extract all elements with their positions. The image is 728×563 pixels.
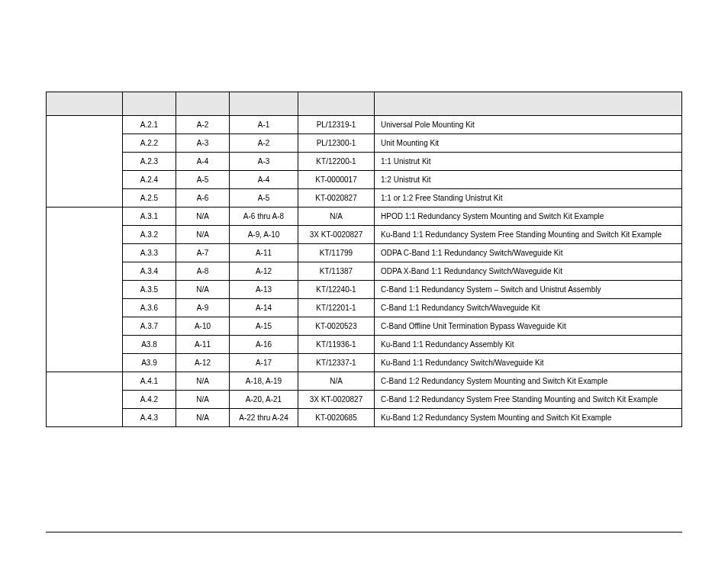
- table-row: A.3.6A-9A-14KT/12201-1C-Band 1:1 Redunda…: [47, 299, 682, 317]
- cell: KT/11936-1: [298, 336, 375, 354]
- cell: A-11: [230, 244, 298, 262]
- cell: N/A: [176, 226, 230, 244]
- col-header-4: [298, 92, 375, 116]
- cell: ODPA X-Band 1:1 Redundancy Switch/Wavegu…: [375, 262, 682, 281]
- col-header-0: [47, 92, 123, 116]
- cell: PL/12319-1: [298, 116, 375, 134]
- cell: C-Band Offline Unit Termination Bypass W…: [375, 317, 682, 336]
- table-row: A.3.2N/AA-9, A-103X KT-0020827Ku-Band 1:…: [47, 226, 682, 244]
- cell: A.3.4: [123, 262, 176, 281]
- cell: KT/12240-1: [298, 281, 375, 299]
- cell: A-17: [230, 354, 298, 372]
- cell: A.2.5: [123, 189, 176, 208]
- cell: 1:1 Unistrut Kit: [375, 153, 682, 171]
- cell: A-12: [176, 354, 230, 372]
- cell: A-18, A-19: [230, 372, 298, 391]
- cell: A-2: [230, 134, 298, 153]
- cell: KT-0020827: [298, 189, 375, 208]
- table-body: A.2.1A-2A-1PL/12319-1Universal Pole Moun…: [47, 116, 682, 427]
- group-label: [47, 372, 123, 427]
- cell: KT/12200-1: [298, 153, 375, 171]
- cell: A-10: [176, 317, 230, 336]
- cell: Unit Mounting Kit: [375, 134, 682, 153]
- table-row: A.2.5A-6A-5KT-00208271:1 or 1:2 Free Sta…: [47, 189, 682, 208]
- cell: PL/12300-1: [298, 134, 375, 153]
- cell: Ku-Band 1:2 Redundancy System Mounting a…: [375, 409, 682, 427]
- table-row: A3.9A-12A-17KT/12337-1Ku-Band 1:1 Redund…: [47, 354, 682, 372]
- cell: A.4.2: [123, 391, 176, 409]
- cell: Ku-Band 1:1 Redundancy Switch/Waveguide …: [375, 354, 682, 372]
- cell: A-2: [176, 116, 230, 134]
- cell: KT/11387: [298, 262, 375, 281]
- cell: A.3.3: [123, 244, 176, 262]
- cell: C-Band 1:1 Redundancy System – Switch an…: [375, 281, 682, 299]
- cell: ODPA C-Band 1:1 Redundancy Switch/Wavegu…: [375, 244, 682, 262]
- table-row: A.4.2N/AA-20, A-213X KT-0020827C-Band 1:…: [47, 391, 682, 409]
- cell: A.3.6: [123, 299, 176, 317]
- table-header: [47, 92, 682, 116]
- cell: A.4.3: [123, 409, 176, 427]
- cell: N/A: [176, 208, 230, 226]
- cell: HPOD 1:1 Redundancy System Mounting and …: [375, 208, 682, 226]
- cell: A-3: [176, 134, 230, 153]
- cell: KT-0000017: [298, 171, 375, 189]
- cell: A-1: [230, 116, 298, 134]
- group-label: [47, 208, 123, 372]
- footer-rule: [46, 532, 682, 532]
- cell: N/A: [176, 409, 230, 427]
- cell: KT/12201-1: [298, 299, 375, 317]
- cell: KT/12337-1: [298, 354, 375, 372]
- table-row: A.2.4A-5A-4KT-00000171:2 Unistrut Kit: [47, 171, 682, 189]
- cell: 3X KT-0020827: [298, 391, 375, 409]
- cell: C-Band 1:2 Redundancy System Free Standi…: [375, 391, 682, 409]
- col-header-1: [123, 92, 176, 116]
- table-row: A.3.1N/AA-6 thru A-8N/AHPOD 1:1 Redundan…: [47, 208, 682, 226]
- group-label: [47, 116, 123, 208]
- cell: N/A: [176, 281, 230, 299]
- cell: A-4: [230, 171, 298, 189]
- cell: A-6 thru A-8: [230, 208, 298, 226]
- table-row: A.2.2A-3A-2PL/12300-1Unit Mounting Kit: [47, 134, 682, 153]
- table-row: A.2.1A-2A-1PL/12319-1Universal Pole Moun…: [47, 116, 682, 134]
- cell: C-Band 1:2 Redundancy System Mounting an…: [375, 372, 682, 391]
- cell: A-11: [176, 336, 230, 354]
- col-header-5: [375, 92, 682, 116]
- cell: A-5: [176, 171, 230, 189]
- cell: N/A: [176, 391, 230, 409]
- cell: A.2.3: [123, 153, 176, 171]
- cell: Ku-Band 1:1 Redundancy System Free Stand…: [375, 226, 682, 244]
- table-row: A.3.3A-7A-11KT/11799ODPA C-Band 1:1 Redu…: [47, 244, 682, 262]
- cell: A3.8: [123, 336, 176, 354]
- col-header-3: [230, 92, 298, 116]
- cell: A-20, A-21: [230, 391, 298, 409]
- cell: A.3.5: [123, 281, 176, 299]
- cell: A.2.4: [123, 171, 176, 189]
- cell: A-4: [176, 153, 230, 171]
- cell: A-6: [176, 189, 230, 208]
- table-row: A.4.1N/AA-18, A-19N/AC-Band 1:2 Redundan…: [47, 372, 682, 391]
- cell: 1:2 Unistrut Kit: [375, 171, 682, 189]
- table-row: A3.8A-11A-16KT/11936-1Ku-Band 1:1 Redund…: [47, 336, 682, 354]
- cell: A-16: [230, 336, 298, 354]
- cell: N/A: [176, 372, 230, 391]
- cell: 3X KT-0020827: [298, 226, 375, 244]
- cell: Universal Pole Mounting Kit: [375, 116, 682, 134]
- cell: A-9: [176, 299, 230, 317]
- cell: A-15: [230, 317, 298, 336]
- cell: A.3.7: [123, 317, 176, 336]
- cell: A-5: [230, 189, 298, 208]
- cell: 1:1 or 1:2 Free Standing Unistrut Kit: [375, 189, 682, 208]
- cell: KT-0020685: [298, 409, 375, 427]
- cell: A3.9: [123, 354, 176, 372]
- cell: A.3.1: [123, 208, 176, 226]
- table-row: A.3.4A-8A-12KT/11387ODPA X-Band 1:1 Redu…: [47, 262, 682, 281]
- cell: A-8: [176, 262, 230, 281]
- cell: A.3.2: [123, 226, 176, 244]
- cell: A.2.1: [123, 116, 176, 134]
- cell: Ku-Band 1:1 Redundancy Assembly Kit: [375, 336, 682, 354]
- kit-reference-table: A.2.1A-2A-1PL/12319-1Universal Pole Moun…: [46, 92, 682, 427]
- cell: KT-0020523: [298, 317, 375, 336]
- col-header-2: [176, 92, 230, 116]
- cell: N/A: [298, 372, 375, 391]
- cell: A-9, A-10: [230, 226, 298, 244]
